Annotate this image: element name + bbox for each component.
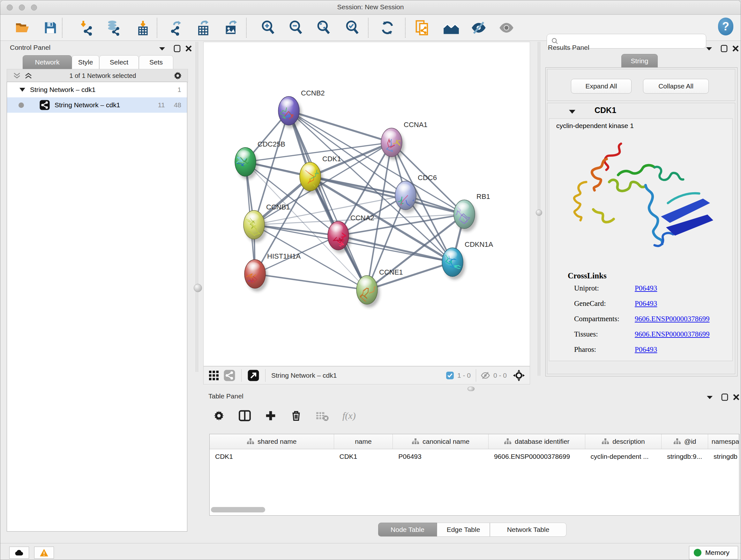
horizontal-scrollbar-thumb[interactable]	[211, 507, 265, 512]
memory-button[interactable]: Memory	[689, 546, 738, 559]
network-node-CDKN1A[interactable]: CDKN1A	[441, 240, 493, 280]
hidden-eye-icon[interactable]	[481, 371, 490, 380]
control-tab-network[interactable]: Network	[23, 55, 72, 69]
column-header-canonicalname[interactable]: canonical name	[393, 434, 488, 449]
vertical-splitter[interactable]	[538, 42, 540, 376]
table-tabs: Node TableEdge TableNetwork Table	[378, 523, 566, 537]
open-session-button[interactable]	[14, 19, 31, 37]
panel-float-icon[interactable]	[158, 46, 165, 51]
network-graph[interactable]: CCNB2CCNA1CDC25BCDK1CDC6RB1CCNB1CCNA2CDK…	[204, 42, 530, 366]
network-collection-row[interactable]: String Network – cdk1 1	[7, 82, 187, 98]
collapse-tree-icon[interactable]	[13, 72, 21, 79]
table-tab-node-table[interactable]: Node Table	[378, 523, 437, 537]
column-header-id[interactable]: @id	[662, 434, 708, 449]
zoom-fit-icon	[316, 20, 332, 36]
selected-checkbox-icon[interactable]	[446, 371, 454, 380]
gene-description: cyclin-dependent kinase 1	[556, 122, 634, 130]
network-node-CDC6[interactable]: CDC6	[392, 174, 437, 213]
panel-maximize-icon[interactable]	[720, 44, 728, 53]
table-cell[interactable]: CDK1	[210, 449, 334, 464]
network-node-HIST1H1A[interactable]: HIST1H1A	[241, 252, 300, 292]
first-neighbors-button[interactable]	[443, 19, 460, 37]
zoom-out-button[interactable]	[287, 19, 305, 37]
birds-eye-toggle-icon[interactable]	[513, 369, 525, 382]
network-row-selected[interactable]: String Network – cdk1 11 48	[7, 98, 187, 113]
show-all-button[interactable]	[498, 19, 515, 37]
column-header-namespace[interactable]: namespace	[708, 434, 739, 449]
gear-icon[interactable]	[173, 71, 183, 80]
export-image-button[interactable]	[223, 19, 240, 37]
control-panel: Control Panel NetworkStyleSelectSets 1 o…	[3, 42, 191, 532]
table-settings-gear-icon[interactable]	[213, 410, 225, 422]
clone-network-button[interactable]	[414, 19, 431, 37]
warnings-button[interactable]	[34, 547, 54, 559]
panel-close-icon[interactable]	[732, 393, 740, 401]
splitter-grip[interactable]	[194, 284, 202, 292]
control-tab-style[interactable]: Style	[72, 55, 99, 69]
column-header-description[interactable]: description	[585, 434, 662, 449]
table-cell[interactable]: 9606.ENSP00000378699	[488, 449, 585, 464]
table-cell[interactable]: stringdb:9...	[662, 449, 708, 464]
column-label: name	[355, 438, 372, 445]
add-column-icon[interactable]	[265, 410, 277, 422]
import-table-from-file-button[interactable]	[134, 19, 151, 37]
network-node-CCNE1[interactable]: CCNE1	[356, 268, 403, 307]
import-network-from-database-button[interactable]	[105, 19, 122, 37]
network-node-RB1[interactable]: RB1	[449, 192, 490, 232]
export-network-button[interactable]	[168, 19, 185, 37]
section-expander-icon[interactable]	[568, 109, 576, 115]
export-table-button[interactable]	[195, 19, 212, 37]
show-columns-icon[interactable]	[239, 409, 251, 422]
crosslink-value-link[interactable]: P06493	[635, 284, 657, 293]
control-panel-tabs: NetworkStyleSelectSets	[23, 55, 173, 69]
table-cell[interactable]: P06493	[393, 449, 488, 464]
hide-selected-button[interactable]	[470, 19, 487, 37]
network-canvas[interactable]: CCNB2CCNA1CDC25BCDK1CDC6RB1CCNB1CCNA2CDK…	[203, 42, 530, 366]
control-tab-sets[interactable]: Sets	[139, 55, 173, 69]
control-tab-select[interactable]: Select	[99, 55, 139, 69]
panel-maximize-icon[interactable]	[173, 44, 181, 53]
network-view-type-icon[interactable]	[223, 369, 235, 381]
crosslink-value-link[interactable]: 9606.ENSP00000378699	[635, 315, 710, 323]
crosslink-value-link[interactable]: 9606.ENSP00000378699	[635, 330, 710, 338]
detach-view-icon[interactable]	[247, 369, 259, 381]
table-tab-edge-table[interactable]: Edge Table	[437, 523, 490, 537]
zoom-in-button[interactable]	[260, 19, 277, 37]
apply-layout-button[interactable]	[379, 19, 396, 37]
expand-all-button[interactable]: Expand All	[571, 79, 631, 94]
save-session-button[interactable]	[42, 19, 59, 37]
network-node-count: 11	[158, 101, 165, 109]
grid-view-icon[interactable]	[208, 370, 219, 381]
table-row[interactable]: CDK1CDK1P064939606.ENSP00000378699cyclin…	[210, 449, 739, 464]
panel-float-icon[interactable]	[705, 46, 713, 51]
panel-float-icon[interactable]	[706, 395, 713, 400]
delete-column-icon[interactable]	[290, 410, 302, 422]
automation-status-button[interactable]	[9, 547, 29, 559]
help-button[interactable]: ?	[717, 18, 734, 35]
crosslink-value-link[interactable]: P06493	[635, 346, 657, 354]
panel-maximize-icon[interactable]	[721, 393, 729, 401]
splitter-grip[interactable]	[536, 209, 542, 216]
results-tab-string[interactable]: String	[621, 54, 658, 68]
column-header-name[interactable]: name	[334, 434, 393, 449]
table-tab-network-table[interactable]: Network Table	[490, 523, 566, 537]
crosslink-value-link[interactable]: P06493	[635, 300, 657, 308]
column-header-databaseidentifier[interactable]: database identifier	[488, 434, 585, 449]
collapse-all-button[interactable]: Collapse All	[643, 79, 709, 94]
table-cell[interactable]: cyclin-dependent ...	[585, 449, 662, 464]
zoom-fit-button[interactable]	[315, 19, 333, 37]
protein-structure-image	[556, 134, 728, 266]
panel-close-icon[interactable]	[732, 45, 739, 52]
zoom-selected-icon	[345, 20, 360, 36]
table-cell[interactable]: stringdb	[708, 449, 739, 464]
vertical-splitter[interactable]	[196, 42, 198, 372]
zoom-selected-button[interactable]	[344, 19, 361, 37]
expand-tree-icon[interactable]	[24, 72, 32, 79]
tree-expander-icon[interactable]	[19, 87, 25, 92]
import-network-from-file-button[interactable]	[78, 19, 95, 37]
panel-close-icon[interactable]	[185, 45, 192, 52]
column-header-sharedname[interactable]: shared name	[210, 434, 334, 449]
toolbar-separator	[62, 18, 63, 38]
zoom-in-icon	[260, 20, 276, 36]
table-cell[interactable]: CDK1	[334, 449, 393, 464]
